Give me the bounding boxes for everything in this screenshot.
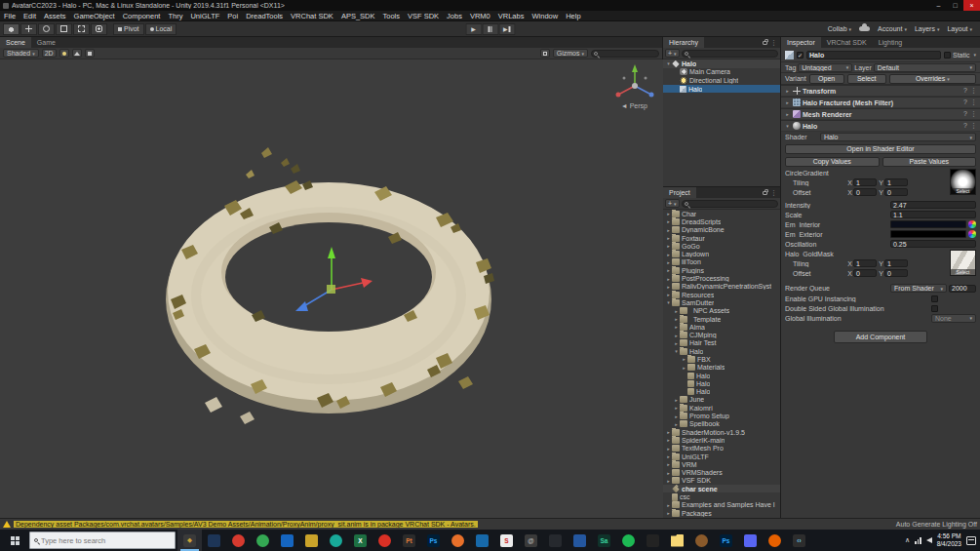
project-item[interactable]: ▸ UniGLTF — [663, 453, 780, 460]
perspective-indicator[interactable]: ◄ Persp — [621, 102, 647, 109]
minimize-button[interactable]: – — [930, 0, 947, 11]
render-queue-value-field[interactable]: 2000 — [949, 285, 976, 293]
foldout-arrow-icon[interactable]: ▸ — [665, 429, 672, 435]
project-item[interactable]: ▸ Resources — [663, 291, 780, 298]
shading-mode-dropdown[interactable]: Shaded▾ — [3, 49, 39, 58]
intensity-field[interactable]: 2.47 — [890, 201, 976, 209]
paste-values-button[interactable]: Paste Values — [882, 157, 977, 167]
hierarchy-item[interactable]: ▾ Halo — [663, 59, 780, 68]
collab-dropdown[interactable]: Collab▾ — [828, 25, 851, 32]
project-item[interactable]: ▸ Spellbook — [663, 420, 780, 428]
foldout-arrow-icon[interactable]: ▸ — [784, 111, 791, 117]
menu-item[interactable]: Help — [562, 12, 584, 20]
foldout-arrow-icon[interactable]: ▸ — [665, 437, 672, 443]
project-item[interactable]: ▸ Laydown — [663, 250, 780, 257]
taskbar-app-icon[interactable] — [568, 530, 592, 551]
start-button[interactable] — [0, 530, 29, 551]
project-item[interactable]: ▸ RalivDynamicPenetrationSyst — [663, 283, 780, 291]
material-header[interactable]: ▾ Halo ?⋮ — [781, 120, 980, 132]
menu-item[interactable]: UniGLTF — [186, 12, 223, 20]
panel-menu-icon[interactable]: ⋮ — [770, 189, 777, 197]
project-item[interactable]: ▸ DreadScripts — [663, 217, 780, 225]
taskbar-app-icon[interactable] — [372, 530, 397, 551]
foldout-arrow-icon[interactable]: ▸ — [673, 333, 680, 338]
context-menu-icon[interactable]: ⋮ — [970, 122, 977, 130]
component-mesh-renderer[interactable]: ▸ Mesh Renderer ?⋮ — [781, 108, 980, 120]
context-menu-icon[interactable]: ⋮ — [970, 87, 977, 95]
layer-dropdown[interactable]: Default▾ — [874, 63, 976, 72]
oscillation-field[interactable]: 0.25 — [890, 240, 976, 248]
project-item[interactable]: Halo — [663, 379, 780, 387]
pivot-toggle[interactable]: Pivot — [113, 23, 144, 35]
taskbar-app-icon[interactable] — [616, 530, 641, 551]
foldout-arrow-icon[interactable]: ▸ — [665, 235, 672, 241]
play-button[interactable]: ▶ — [465, 23, 482, 35]
scene-lighting-toggle[interactable] — [59, 49, 69, 58]
taskbar-search-input[interactable] — [41, 536, 148, 545]
project-item[interactable]: Halo — [663, 372, 780, 379]
tab-hierarchy[interactable]: Hierarchy — [663, 37, 704, 48]
foldout-arrow-icon[interactable]: ▾ — [784, 123, 791, 129]
help-icon[interactable]: ? — [963, 110, 967, 118]
prefab-open-button[interactable]: Open — [809, 74, 844, 84]
help-icon[interactable]: ? — [963, 87, 967, 95]
taskbar-app-icon[interactable] — [665, 530, 689, 551]
add-component-button[interactable]: Add Component — [834, 331, 927, 343]
foldout-arrow-icon[interactable]: ▸ — [665, 478, 672, 484]
local-toggle[interactable]: Local — [145, 23, 177, 35]
offset-y-field[interactable]: 0 — [884, 188, 908, 196]
menu-item[interactable]: APS_SDK — [337, 12, 379, 20]
em-interior-color-field[interactable] — [890, 220, 966, 228]
step-button[interactable]: ▶ — [498, 23, 515, 35]
foldout-arrow-icon[interactable]: ▸ — [665, 227, 672, 233]
scene-search-input[interactable] — [591, 50, 659, 58]
layers-dropdown[interactable]: Layers▾ — [915, 25, 940, 32]
taskbar-app-icon[interactable]: @ — [519, 530, 543, 551]
texture-select-button[interactable]: Select — [951, 269, 975, 275]
volume-icon[interactable] — [926, 537, 932, 543]
gizmos-dropdown[interactable]: Gizmos▾ — [553, 49, 588, 58]
foldout-arrow-icon[interactable]: ▸ — [665, 252, 672, 257]
taskbar-app-icon[interactable]: Sa — [592, 530, 616, 551]
project-item[interactable]: Halo — [663, 388, 780, 396]
open-shader-editor-button[interactable]: Open in Shader Editor — [785, 144, 976, 154]
taskbar-app-icon[interactable]: Pt — [397, 530, 421, 551]
tab-lighting[interactable]: Lighting — [873, 37, 909, 48]
taskbar-app-icon[interactable] — [543, 530, 568, 551]
foldout-arrow-icon[interactable]: ▸ — [665, 243, 672, 249]
hierarchy-item[interactable]: Main Camera — [663, 68, 780, 77]
active-checkbox[interactable]: ✓ — [797, 52, 804, 59]
auto-generate-lighting-status[interactable]: Auto Generate Lighting Off — [896, 521, 977, 528]
project-item[interactable]: csc — [663, 492, 780, 500]
taskbar-app-icon[interactable] — [202, 530, 226, 551]
taskbar-clock[interactable]: 4:56 PM 8/4/2023 — [937, 532, 961, 548]
foldout-arrow-icon[interactable]: ▸ — [665, 267, 672, 273]
taskbar-search[interactable] — [29, 531, 176, 549]
taskbar-app-icon[interactable] — [226, 530, 251, 551]
menu-item[interactable]: VSF SDK — [404, 12, 443, 20]
project-item[interactable]: ▸ Hair Test — [663, 339, 780, 347]
hand-tool-button[interactable] — [3, 23, 20, 35]
foldout-arrow-icon[interactable]: ▸ — [784, 88, 791, 94]
foldout-arrow-icon[interactable]: ▸ — [681, 356, 687, 362]
cloud-icon[interactable] — [859, 26, 870, 31]
project-item[interactable]: ▸ Plugins — [663, 266, 780, 274]
foldout-arrow-icon[interactable]: ▸ — [665, 292, 672, 297]
foldout-arrow-icon[interactable]: ▸ — [784, 99, 791, 105]
menu-item[interactable]: Tools — [378, 12, 404, 20]
hierarchy-item[interactable]: Directional Light — [663, 76, 780, 85]
menu-item[interactable]: VRLabs — [494, 12, 529, 20]
project-item[interactable]: ▸ ShaderMotion-v1.9.5 — [663, 428, 780, 436]
menu-item[interactable]: VRChat SDK — [287, 12, 337, 20]
taskbar-app-icon[interactable] — [446, 530, 470, 551]
project-item[interactable]: ▸ Packages — [663, 509, 780, 517]
taskbar-app-icon[interactable]: X — [348, 530, 372, 551]
project-item[interactable]: ▸ DynamicBone — [663, 226, 780, 234]
taskbar-app-icon[interactable]: Ps — [714, 530, 738, 551]
project-item[interactable]: ▸ VSF SDK — [663, 477, 780, 485]
scale-tool-button[interactable] — [56, 23, 72, 35]
menu-item[interactable]: GameObject — [70, 12, 119, 20]
project-item[interactable]: ▸ _Template — [663, 315, 780, 323]
tiling-x-field[interactable]: 1 — [853, 259, 877, 267]
project-item[interactable]: ▸ Kaiomri — [663, 404, 780, 412]
